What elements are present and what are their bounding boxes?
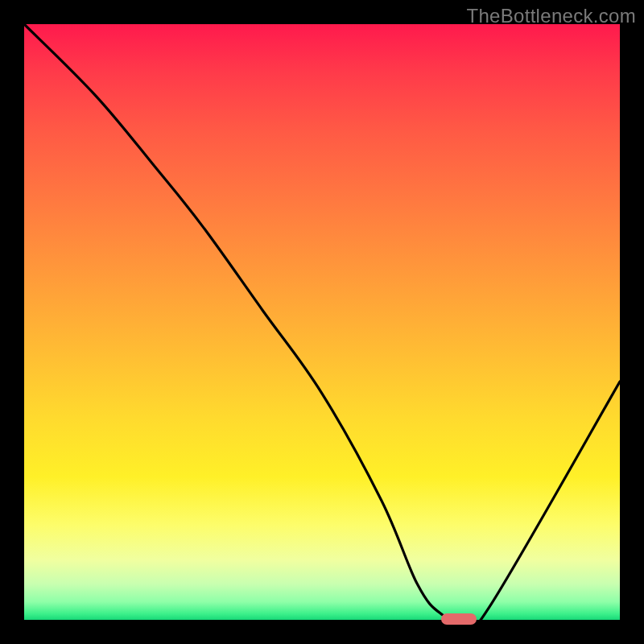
watermark-text: TheBottleneck.com [466, 5, 636, 27]
optimal-range-marker [441, 613, 477, 625]
chart-frame: TheBottleneck.com [0, 0, 644, 644]
bottleneck-curve [24, 24, 620, 620]
plot-area [24, 24, 620, 620]
